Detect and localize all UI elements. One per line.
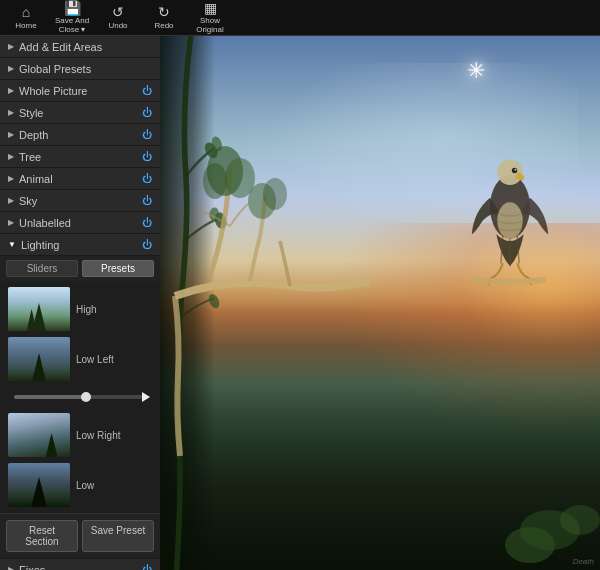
sidebar-item-tree[interactable]: ▶ Tree ⏻ <box>0 146 160 168</box>
sidebar-item-depth[interactable]: ▶ Depth ⏻ <box>0 124 160 146</box>
unlabelled-power-icon[interactable]: ⏻ <box>142 217 152 228</box>
fixes-power-icon[interactable]: ⏻ <box>142 564 152 570</box>
sidebar-item-style[interactable]: ▶ Style ⏻ <box>0 102 160 124</box>
bird-svg <box>450 116 570 316</box>
lighting-label: Lighting <box>21 239 60 251</box>
fixes-label: Fixes <box>19 564 45 571</box>
slider-triangle-icon <box>142 392 150 402</box>
triangle-icon: ▶ <box>8 108 14 117</box>
redo-icon: ↻ <box>158 5 170 19</box>
svg-point-17 <box>505 527 555 563</box>
lighting-tabs: Sliders Presets <box>0 256 160 281</box>
preset-low-left-label: Low Left <box>76 354 114 365</box>
style-power-icon[interactable]: ⏻ <box>142 107 152 118</box>
sidebar-item-whole-picture[interactable]: ▶ Whole Picture ⏻ <box>0 80 160 102</box>
preset-low[interactable]: Low <box>6 461 154 509</box>
triangle-icon: ▶ <box>8 174 14 183</box>
sidebar-item-sky[interactable]: ▶ Sky ⏻ <box>0 190 160 212</box>
preset-low-right-label: Low Right <box>76 430 120 441</box>
sidebar-item-animal[interactable]: ▶ Animal ⏻ <box>0 168 160 190</box>
triangle-icon: ▶ <box>8 196 14 205</box>
svg-point-13 <box>515 169 517 171</box>
lighting-triangle-icon: ▼ <box>8 240 16 249</box>
tree-label: Tree <box>19 151 41 163</box>
slider-fill <box>14 395 87 399</box>
preset-high[interactable]: High <box>6 285 154 333</box>
depth-label: Depth <box>19 129 48 141</box>
depth-power-icon[interactable]: ⏻ <box>142 129 152 140</box>
sidebar-item-global-presets[interactable]: ▶ Global Presets <box>0 58 160 80</box>
svg-point-11 <box>497 160 522 185</box>
unlabelled-label: Unlabelled <box>19 217 71 229</box>
toolbar: ⌂ Home 💾 Save AndClose ▾ ↺ Undo ↻ Redo ▦… <box>0 0 600 36</box>
sidebar-item-fixes[interactable]: ▶ Fixes ⏻ <box>0 559 160 570</box>
triangle-icon: ▶ <box>8 152 14 161</box>
triangle-icon: ▶ <box>8 218 14 227</box>
sidebar-item-unlabelled[interactable]: ▶ Unlabelled ⏻ <box>0 212 160 234</box>
sun-flare: ✳ <box>467 58 485 84</box>
sky-power-icon[interactable]: ⏻ <box>142 195 152 206</box>
svg-point-7 <box>203 163 227 199</box>
triangle-icon: ▶ <box>8 64 14 73</box>
tab-sliders[interactable]: Sliders <box>6 260 78 277</box>
tab-presets[interactable]: Presets <box>82 260 154 277</box>
style-label: Style <box>19 107 43 119</box>
sidebar: ▶ Add & Edit Areas ▶ Global Presets ▶ Wh… <box>0 36 160 570</box>
preset-low-right-thumb <box>8 413 70 457</box>
show-original-button[interactable]: ▦ ShowOriginal <box>188 2 232 34</box>
animal-power-icon[interactable]: ⏻ <box>142 173 152 184</box>
fixes-triangle-icon: ▶ <box>8 565 14 570</box>
save-button[interactable]: 💾 Save AndClose ▾ <box>50 2 94 34</box>
preset-low-label: Low <box>76 480 94 491</box>
redo-label: Redo <box>154 21 173 30</box>
preset-low-thumb <box>8 463 70 507</box>
whole-picture-label: Whole Picture <box>19 85 87 97</box>
reset-section-button[interactable]: Reset Section <box>6 520 78 552</box>
preset-high-label: High <box>76 304 97 315</box>
save-preset-button[interactable]: Save Preset <box>82 520 154 552</box>
lighting-section: ▼ Lighting ⏻ Sliders Presets <box>0 234 160 559</box>
sky-label: Sky <box>19 195 37 207</box>
svg-point-16 <box>560 505 600 535</box>
original-icon: ▦ <box>204 1 217 15</box>
redo-button[interactable]: ↻ Redo <box>142 2 186 34</box>
watermark: Death <box>573 557 594 566</box>
lighting-power-icon[interactable]: ⏻ <box>142 239 152 250</box>
photo-background: ✳ Death <box>160 36 600 570</box>
photo-area: ✳ Death <box>160 36 600 570</box>
triangle-icon: ▶ <box>8 42 14 51</box>
tree-branches-svg <box>170 96 370 496</box>
main-content: ▶ Add & Edit Areas ▶ Global Presets ▶ Wh… <box>0 36 600 570</box>
save-label: Save AndClose ▾ <box>55 17 89 35</box>
svg-point-9 <box>263 178 287 210</box>
preset-high-thumb <box>8 287 70 331</box>
global-presets-label: Global Presets <box>19 63 91 75</box>
svg-point-12 <box>512 168 517 173</box>
add-edit-label: Add & Edit Areas <box>19 41 102 53</box>
slider-thumb[interactable] <box>81 392 91 402</box>
presets-list: High Low Left <box>0 281 160 513</box>
triangle-icon: ▶ <box>8 130 14 139</box>
preset-low-left[interactable]: Low Left <box>6 335 154 383</box>
slider-area <box>6 385 154 409</box>
save-icon: 💾 <box>64 1 81 15</box>
section-bottom-buttons: Reset Section Save Preset <box>0 513 160 558</box>
preset-low-left-thumb <box>8 337 70 381</box>
animal-label: Animal <box>19 173 53 185</box>
home-label: Home <box>15 21 36 30</box>
home-icon: ⌂ <box>22 5 30 19</box>
original-label: ShowOriginal <box>196 17 224 35</box>
triangle-icon: ▶ <box>8 86 14 95</box>
tree-power-icon[interactable]: ⏻ <box>142 151 152 162</box>
undo-label: Undo <box>108 21 127 30</box>
preset-low-right[interactable]: Low Right <box>6 411 154 459</box>
undo-button[interactable]: ↺ Undo <box>96 2 140 34</box>
right-foliage-svg <box>450 370 600 570</box>
slider-track[interactable] <box>14 395 146 399</box>
undo-icon: ↺ <box>112 5 124 19</box>
home-button[interactable]: ⌂ Home <box>4 2 48 34</box>
lighting-header[interactable]: ▼ Lighting ⏻ <box>0 234 160 256</box>
whole-picture-power-icon[interactable]: ⏻ <box>142 85 152 96</box>
sidebar-item-add-edit[interactable]: ▶ Add & Edit Areas <box>0 36 160 58</box>
svg-point-14 <box>497 202 522 238</box>
